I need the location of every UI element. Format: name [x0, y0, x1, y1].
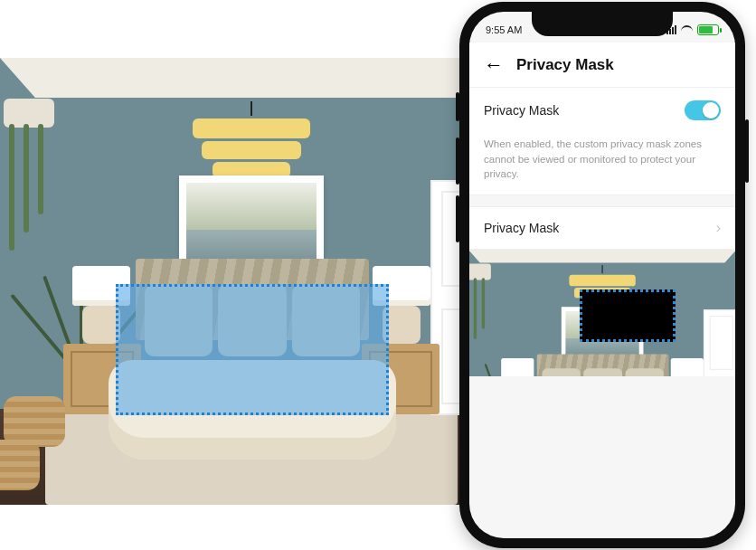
side-button — [456, 195, 459, 242]
chevron-right-icon: › — [716, 220, 721, 236]
wifi-icon — [681, 25, 693, 34]
toggle-description: When enabled, the custom privacy mask zo… — [469, 133, 735, 195]
side-button — [456, 92, 459, 121]
camera-scene — [0, 58, 503, 505]
ceiling — [0, 58, 503, 98]
phone-screen: 9:55 AM ← Privacy Mask Privacy Mask When… — [469, 12, 735, 538]
pouf — [0, 440, 40, 490]
toggle-label: Privacy Mask — [484, 103, 559, 118]
title-bar: ← Privacy Mask — [469, 43, 735, 88]
privacy-mask-selection[interactable] — [116, 284, 389, 415]
section-spacer — [469, 195, 735, 206]
privacy-mask-toggle[interactable] — [685, 100, 721, 120]
battery-icon — [697, 24, 719, 35]
toggle-row: Privacy Mask — [469, 88, 735, 133]
nav-label: Privacy Mask — [484, 221, 559, 235]
hanging-plant — [0, 99, 58, 252]
applied-mask-zone[interactable] — [580, 289, 676, 342]
page-title: Privacy Mask — [516, 56, 614, 74]
phone-frame: 9:55 AM ← Privacy Mask Privacy Mask When… — [459, 2, 745, 548]
privacy-mask-nav-row[interactable]: Privacy Mask › — [469, 206, 735, 250]
notch — [532, 12, 673, 36]
status-time: 9:55 AM — [486, 24, 522, 35]
back-button[interactable]: ← — [484, 55, 504, 75]
side-button — [456, 138, 459, 185]
camera-preview[interactable] — [469, 250, 735, 376]
side-button — [745, 119, 749, 183]
